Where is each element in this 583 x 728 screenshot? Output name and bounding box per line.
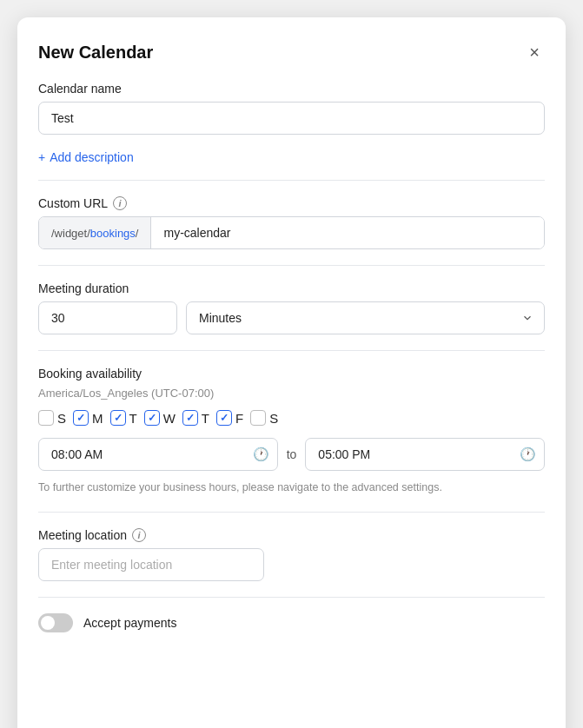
duration-row: Minutes Hours	[38, 301, 545, 334]
to-label: to	[287, 447, 297, 461]
day-label-thursday: T	[202, 411, 209, 426]
time-row: 🕐 to 🕐	[38, 438, 545, 471]
day-checkbox-friday[interactable]	[216, 410, 232, 426]
add-description-label: Add description	[50, 150, 134, 164]
accept-payments-label: Accept payments	[83, 616, 176, 630]
booking-availability-label: Booking availability	[38, 367, 545, 381]
day-label-monday: M	[92, 411, 103, 426]
day-checkbox-tuesday[interactable]	[110, 410, 126, 426]
days-row: S M T W T	[38, 410, 545, 426]
custom-url-info-icon[interactable]: i	[113, 196, 127, 210]
meeting-location-section: Meeting location i	[38, 528, 545, 581]
meeting-location-info-icon[interactable]: i	[132, 528, 146, 542]
new-calendar-modal: New Calendar × Calendar name + Add descr…	[17, 17, 566, 728]
end-time-wrap: 🕐	[305, 438, 545, 471]
end-time-input[interactable]	[305, 438, 545, 471]
booking-availability-section: Booking availability America/Los_Angeles…	[38, 367, 545, 496]
divider-5	[38, 597, 545, 598]
calendar-name-section: Calendar name	[38, 82, 545, 135]
day-checkbox-wednesday[interactable]	[144, 410, 160, 426]
start-time-wrap: 🕐	[38, 438, 278, 471]
start-time-input[interactable]	[38, 438, 278, 471]
day-item-thursday: T	[182, 410, 209, 426]
duration-input[interactable]	[38, 301, 177, 334]
meeting-location-input[interactable]	[38, 548, 264, 581]
day-item-friday: F	[216, 410, 243, 426]
day-item-monday: M	[73, 410, 103, 426]
url-row: /widget/bookings/	[38, 216, 545, 249]
modal-title: New Calendar	[38, 43, 153, 63]
add-description-button[interactable]: + Add description	[38, 150, 134, 164]
day-label-sunday: S	[57, 411, 66, 426]
divider-4	[38, 512, 545, 513]
url-input[interactable]	[151, 217, 544, 248]
day-item-saturday: S	[250, 410, 278, 426]
day-item-tuesday: T	[110, 410, 137, 426]
divider-1	[38, 180, 545, 181]
close-button[interactable]: ×	[524, 42, 545, 63]
divider-3	[38, 350, 545, 351]
meeting-duration-section: Meeting duration Minutes Hours	[38, 281, 545, 334]
calendar-name-label: Calendar name	[38, 82, 545, 96]
day-label-wednesday: W	[163, 411, 176, 426]
calendar-name-input[interactable]	[38, 102, 545, 135]
divider-2	[38, 265, 545, 266]
duration-unit-select[interactable]: Minutes Hours	[186, 301, 545, 334]
day-checkbox-thursday[interactable]	[182, 410, 198, 426]
plus-icon: +	[38, 150, 45, 164]
day-label-saturday: S	[269, 411, 278, 426]
modal-header: New Calendar ×	[38, 42, 545, 63]
day-item-wednesday: W	[144, 410, 176, 426]
day-item-sunday: S	[38, 410, 66, 426]
day-label-friday: F	[235, 411, 243, 426]
accept-payments-toggle[interactable]	[38, 613, 73, 632]
day-checkbox-saturday[interactable]	[250, 410, 266, 426]
meeting-duration-label: Meeting duration	[38, 281, 545, 295]
url-prefix: /widget/bookings/	[39, 217, 151, 248]
day-checkbox-monday[interactable]	[73, 410, 89, 426]
meeting-location-label: Meeting location i	[38, 528, 545, 542]
day-checkbox-sunday[interactable]	[38, 410, 54, 426]
accept-payments-row: Accept payments	[38, 613, 545, 632]
day-label-tuesday: T	[129, 411, 137, 426]
hint-text: To further customize your business hours…	[38, 480, 545, 496]
custom-url-label: Custom URL i	[38, 196, 545, 210]
custom-url-section: Custom URL i /widget/bookings/	[38, 196, 545, 249]
url-highlight: bookings	[90, 227, 136, 240]
timezone-label: America/Los_Angeles (UTC-07:00)	[38, 387, 545, 400]
